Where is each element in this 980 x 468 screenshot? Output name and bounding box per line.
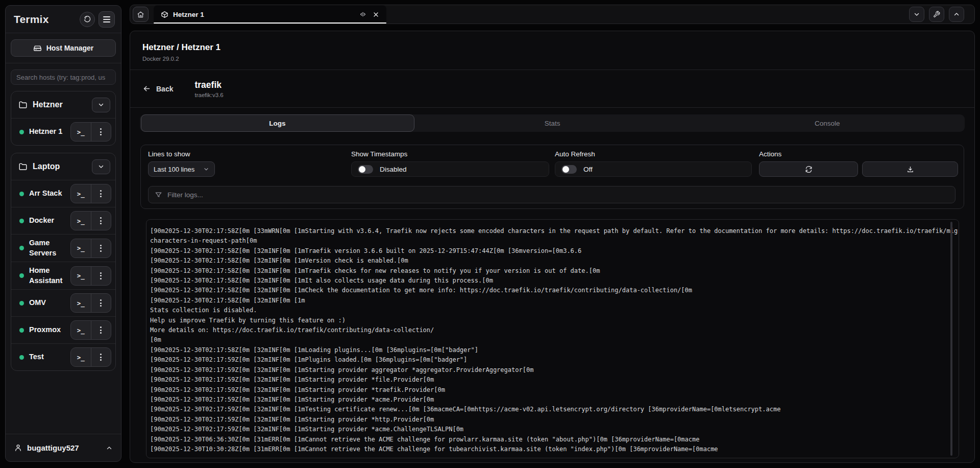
kebab-menu-icon [100, 217, 102, 224]
log-line: [90m2025-12-30T02:17:59Z[0m [32mINF[0m [… [150, 355, 945, 365]
host-row[interactable]: Hetzner 1 >_ [11, 118, 115, 145]
sidebar-host-list[interactable]: Hetzner Hetzner 1 >_ [6, 63, 121, 434]
refresh-logs-button[interactable] [759, 161, 858, 177]
online-status-dot [19, 355, 24, 360]
tab-hetzner-1[interactable]: Hetzner 1 [154, 5, 386, 24]
host-row[interactable]: Arr Stack >_ [11, 180, 115, 207]
log-line: [90m2025-12-30T02:17:59Z[0m [32mINF[0m [… [150, 375, 945, 385]
tools-button[interactable] [929, 7, 944, 22]
search-hosts-input[interactable] [11, 69, 116, 85]
open-terminal-button[interactable]: >_ [71, 267, 91, 285]
timestamps-toggle[interactable] [358, 165, 373, 174]
sidebar-menu-button[interactable] [99, 11, 115, 28]
chevron-down-icon [203, 166, 209, 172]
host-row[interactable]: Game Servers >_ [11, 234, 115, 262]
open-terminal-button[interactable]: >_ [71, 321, 91, 339]
host-menu-button[interactable] [91, 321, 111, 339]
user-menu[interactable]: bugattiguy527 [6, 434, 121, 461]
back-button[interactable]: Back [142, 84, 173, 93]
open-terminal-button[interactable]: >_ [71, 184, 91, 203]
tab-console[interactable]: Console [690, 114, 965, 132]
host-group-laptop: Laptop Arr Stack >_ [11, 153, 116, 371]
download-logs-button[interactable] [862, 161, 958, 177]
app-title: Termix [14, 13, 49, 26]
chevron-down-icon [97, 101, 105, 108]
log-scrollbar[interactable] [950, 222, 952, 456]
breadcrumb: Hetzner / Hetzner 1 [142, 42, 962, 53]
group-collapse-button[interactable] [92, 98, 110, 112]
host-name: Arr Stack [29, 189, 70, 199]
open-terminal-button[interactable]: >_ [71, 239, 91, 258]
filter-logs-input[interactable] [167, 191, 949, 199]
host-menu-button[interactable] [91, 267, 111, 285]
host-row[interactable]: OMV >_ [11, 289, 115, 316]
log-line: Help us improve Traefik by turning this … [150, 316, 945, 325]
log-line: [90m2025-12-30T02:17:59Z[0m [32mINF[0m [… [150, 405, 945, 414]
open-terminal-button[interactable]: >_ [71, 212, 91, 230]
log-line: [90m2025-12-30T02:17:58Z[0m [32mINF[0m [… [150, 345, 945, 355]
host-manager-button[interactable]: Host Manager [11, 39, 116, 57]
open-terminal-button[interactable]: >_ [71, 123, 91, 141]
online-status-dot [19, 301, 24, 306]
group-header[interactable]: Laptop [11, 153, 115, 180]
log-line: [90m2025-12-30T06:36:30Z[0m [31mERR[0m [… [150, 435, 945, 444]
log-line: [90m2025-12-30T02:17:58Z[0m [32mINF[0m [… [150, 286, 945, 295]
sidebar-header: Termix [6, 6, 121, 33]
log-line: [90m2025-12-30T02:17:58Z[0m [32mINF[0m [… [150, 296, 945, 306]
log-output-panel[interactable]: [90m2025-12-30T02:17:58Z[0m [33mWRN[0m [… [146, 219, 959, 458]
host-name: Proxmox [29, 325, 70, 335]
host-name: Test [29, 352, 70, 362]
log-line: [90m2025-12-30T02:17:58Z[0m [32mINF[0m [… [150, 246, 945, 256]
chevron-down-icon [913, 11, 920, 18]
reload-button[interactable] [80, 12, 95, 27]
back-label: Back [156, 85, 173, 93]
host-menu-button[interactable] [91, 212, 111, 230]
host-menu-button[interactable] [91, 348, 111, 366]
kebab-menu-icon [100, 299, 102, 307]
tab-logs[interactable]: Logs [140, 114, 415, 132]
active-tab-underline [154, 22, 386, 24]
host-row[interactable]: Docker >_ [11, 207, 115, 234]
group-collapse-button[interactable] [92, 159, 110, 174]
close-tab-icon[interactable] [373, 11, 379, 18]
log-line: [90m2025-12-30T02:17:59Z[0m [32mINF[0m [… [150, 395, 945, 405]
host-menu-button[interactable] [91, 239, 111, 258]
lines-select[interactable]: Last 100 lines [148, 161, 215, 177]
container-header: Back traefik traefik:v3.6 [130, 70, 974, 108]
autorefresh-toggle[interactable] [561, 165, 577, 174]
chevron-up-icon [953, 11, 960, 18]
host-menu-button[interactable] [91, 294, 111, 312]
host-row[interactable]: Home Assistant >_ [11, 262, 115, 289]
log-line: [90m2025-12-30T02:17:58Z[0m [32mINF[0m [… [150, 266, 945, 276]
home-button[interactable] [133, 7, 149, 22]
host-menu-button[interactable] [91, 184, 111, 203]
refresh-icon [805, 166, 813, 173]
show-timestamps-label: Show Timestamps [351, 150, 407, 158]
lines-select-value: Last 100 lines [154, 166, 194, 173]
open-terminal-button[interactable]: >_ [71, 294, 91, 312]
container-image: traefik:v3.6 [194, 92, 223, 98]
lines-to-show-label: Lines to show [148, 150, 190, 158]
tab-bar: Hetzner 1 [130, 5, 975, 24]
log-controls: Lines to show Show Timestamps Auto Refre… [140, 145, 964, 209]
host-row[interactable]: Proxmox >_ [11, 316, 115, 343]
folder-icon [18, 162, 28, 171]
split-view-icon[interactable] [359, 11, 366, 18]
host-menu-button[interactable] [91, 123, 111, 141]
collapse-up-button[interactable] [949, 7, 964, 22]
log-line: [90m2025-12-30T02:17:58Z[0m [32mINF[0m [… [150, 276, 945, 286]
group-header[interactable]: Hetzner [11, 91, 115, 118]
kebab-menu-icon [100, 128, 102, 135]
online-status-dot [19, 219, 24, 223]
log-line: characters-in-request-path[0m [150, 236, 945, 246]
host-row[interactable]: Test >_ [11, 343, 115, 370]
autorefresh-state: Off [583, 166, 593, 173]
reload-icon [84, 15, 91, 23]
open-terminal-button[interactable]: >_ [71, 348, 91, 366]
actions-label: Actions [759, 150, 781, 158]
tab-stats[interactable]: Stats [415, 114, 690, 132]
online-status-dot [19, 273, 24, 278]
collapse-down-button[interactable] [909, 7, 924, 22]
host-manager-label: Host Manager [46, 44, 94, 52]
host-name: Hetzner 1 [29, 127, 70, 137]
